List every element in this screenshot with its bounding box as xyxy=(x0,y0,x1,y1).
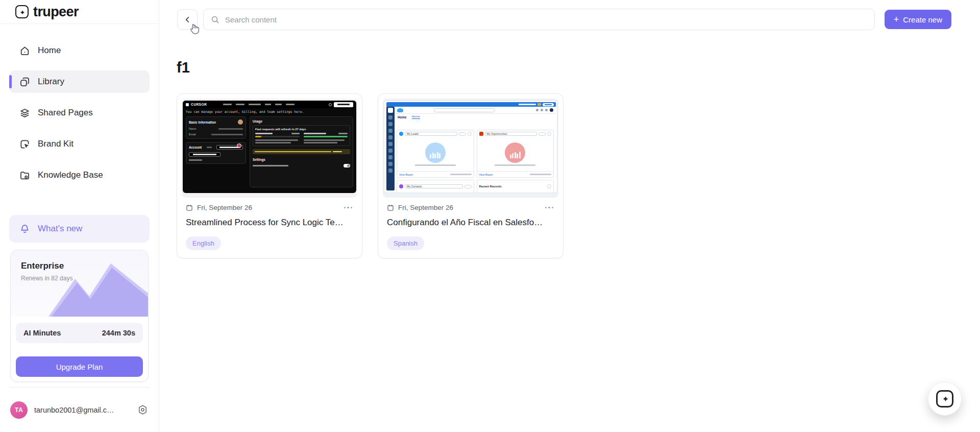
calendar-icon xyxy=(387,204,394,211)
card-title: Streamlined Process for Sync Logic Te… xyxy=(186,218,359,228)
cursor-dashboard-thumb: CURSOR You can manage your account, bill… xyxy=(183,101,356,193)
topbar: + Create new xyxy=(159,0,980,39)
sidebar-item-label: Knowledge Base xyxy=(38,170,103,180)
sidebar-nav: Home Library Shared Pages Brand Kit Know… xyxy=(0,39,159,195)
search-box[interactable] xyxy=(203,9,875,30)
user-email: tarunbo2001@gmail.c… xyxy=(34,406,137,414)
cards-row: CURSOR You can manage your account, bill… xyxy=(177,93,980,258)
my-opportunities-card: My Opportunities View Report xyxy=(477,130,554,178)
trial-days-chip xyxy=(537,103,541,106)
my-contacts-card: My Contacts xyxy=(397,180,474,193)
knowledge-base-icon xyxy=(19,170,30,181)
thumb-topbar xyxy=(386,102,556,107)
buy-now-button-thumb xyxy=(543,103,554,106)
content-area: f1 CURSOR You can man xyxy=(159,39,980,258)
video-thumbnail: CURSOR You can manage your account, bill… xyxy=(182,99,357,198)
ai-minutes-row: AI Minutes 244m 30s xyxy=(16,323,143,343)
trupeer-logo-icon: ✦ xyxy=(15,5,29,18)
plan-renewal: Renews in 82 days xyxy=(21,275,148,282)
main-area: + Create new f1 CURSOR xyxy=(159,0,980,432)
ai-minutes-label: AI Minutes xyxy=(23,329,61,337)
thumb-tabs: Home Home xyxy=(395,114,556,119)
brand-wordmark: trupeer xyxy=(33,4,79,20)
more-options-icon[interactable] xyxy=(544,205,555,211)
account-panel: Account xyxy=(186,142,246,164)
card-date: Fri, September 26 xyxy=(197,204,252,211)
usage-title: Usage xyxy=(253,119,350,123)
mouse-cursor xyxy=(188,22,201,35)
language-badge: English xyxy=(186,236,221,250)
account-title: Account xyxy=(189,146,202,149)
basic-information-panel: Basic Information Name Email xyxy=(186,116,246,139)
page-title: f1 xyxy=(177,59,980,76)
user-account-row[interactable]: TA tarunbo2001@gmail.c… xyxy=(0,388,159,432)
plan-card: Enterprise Renews in 82 days AI Minutes … xyxy=(10,250,149,382)
sidebar-item-label: Home xyxy=(38,45,61,56)
shared-pages-icon xyxy=(19,108,30,118)
sidebar-item-home[interactable]: Home xyxy=(9,39,150,62)
logo-star-glyph: ✦ xyxy=(19,9,25,15)
bell-icon xyxy=(19,224,30,234)
whats-new-label: What's new xyxy=(38,224,82,234)
click-indicator xyxy=(237,143,241,148)
whats-new-button[interactable]: What's new xyxy=(9,215,150,243)
language-badge: Spanish xyxy=(387,236,424,250)
avatar: TA xyxy=(10,401,28,419)
usage-panel: Usage Fast requests will refresh in 27 d… xyxy=(250,116,353,187)
home-label: Home xyxy=(398,115,407,119)
brand-logo[interactable]: ✦ trupeer xyxy=(0,0,159,24)
thumb-nav xyxy=(223,104,295,105)
plan-name: Enterprise xyxy=(21,261,148,271)
card-meta: Fri, September 26 Streamlined Process fo… xyxy=(182,198,357,253)
content-card-configurando-ano-fiscal[interactable]: Home Home My Leads xyxy=(378,93,564,258)
usage-notice xyxy=(253,149,350,154)
thumb-sidebar xyxy=(386,107,395,190)
sidebar: ✦ trupeer Home Library Shared Pages Bran… xyxy=(0,0,159,432)
recent-records-card: Recent Records xyxy=(477,180,554,193)
content-card-streamlined-process[interactable]: CURSOR You can manage your account, bill… xyxy=(177,93,362,258)
settings-icon[interactable] xyxy=(137,404,149,416)
create-new-label: Create new xyxy=(903,15,942,24)
video-thumbnail: Home Home My Leads xyxy=(383,99,558,198)
thumb-header: CURSOR xyxy=(183,101,356,108)
sidebar-item-library[interactable]: Library xyxy=(9,70,150,93)
basic-info-title: Basic Information xyxy=(189,121,216,124)
plan-card-header: Enterprise Renews in 82 days xyxy=(11,250,148,317)
card-meta: Fri, September 26 Configurando el Año Fi… xyxy=(383,198,558,253)
usage-note: Fast requests will refresh in 27 days xyxy=(255,128,348,131)
thumb-caption: You can manage your account, billing, an… xyxy=(183,108,356,113)
sidebar-item-label: Brand Kit xyxy=(38,139,74,149)
floating-create-button[interactable]: ✦ xyxy=(928,382,962,416)
search-input[interactable] xyxy=(225,15,867,24)
email-label: Email xyxy=(189,133,196,136)
sidebar-item-label: Shared Pages xyxy=(38,108,93,118)
library-icon xyxy=(19,77,30,87)
thumb-header xyxy=(395,107,556,114)
trupeer-logo-icon: ✦ xyxy=(936,390,953,407)
settings-title: Settings xyxy=(253,158,350,161)
person-icon xyxy=(329,103,332,106)
app-window: ✦ trupeer Home Library Shared Pages Bran… xyxy=(0,0,980,432)
upgrade-plan-button[interactable]: Upgrade Plan xyxy=(16,356,143,377)
cursor-logo-icon xyxy=(186,103,189,106)
toggle-thumb xyxy=(344,164,350,167)
card-date: Fri, September 26 xyxy=(398,204,453,211)
search-icon xyxy=(211,15,219,24)
name-label: Name xyxy=(189,127,197,130)
home-icon xyxy=(19,45,30,56)
sidebar-item-knowledge-base[interactable]: Knowledge Base xyxy=(9,164,150,186)
thumb-report-cards: My Leads View Report xyxy=(397,130,554,178)
create-new-button[interactable]: + Create new xyxy=(885,10,951,29)
logo-star-glyph: ✦ xyxy=(942,395,949,403)
plus-icon: + xyxy=(894,15,899,24)
avatar-thumb xyxy=(238,119,243,125)
sidebar-item-label: Library xyxy=(38,77,64,87)
salesforce-logo-icon xyxy=(397,108,403,112)
ai-minutes-value: 244m 30s xyxy=(102,329,135,337)
sidebar-item-shared-pages[interactable]: Shared Pages xyxy=(9,102,150,124)
more-options-icon[interactable] xyxy=(343,205,354,211)
back-button[interactable] xyxy=(177,9,198,30)
thumb-body: Basic Information Name Email Accoun xyxy=(183,113,356,187)
cursor-brand: CURSOR xyxy=(191,103,207,106)
sidebar-item-brand-kit[interactable]: Brand Kit xyxy=(9,133,150,155)
